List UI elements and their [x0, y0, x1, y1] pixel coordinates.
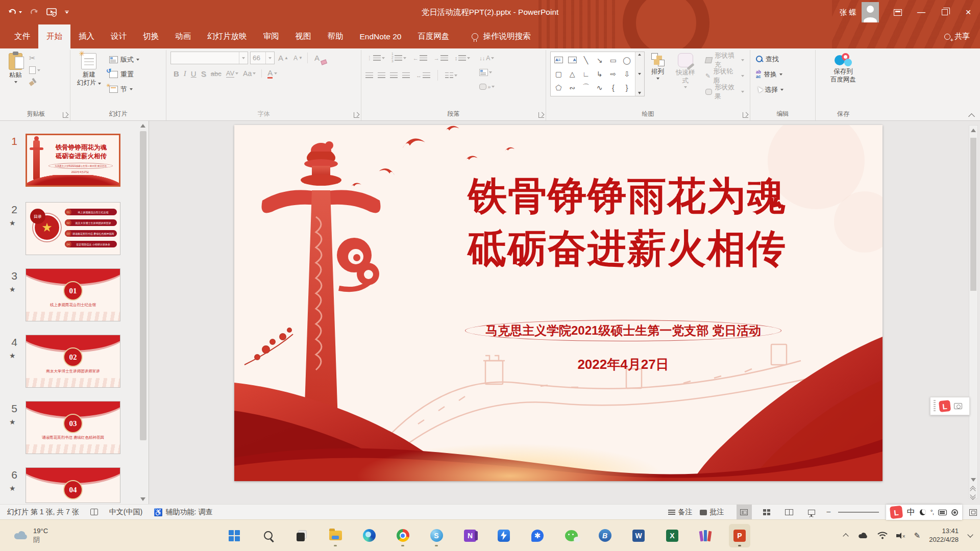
restore-button[interactable]: [933, 0, 957, 24]
vertical-textbox-shape-icon[interactable]: A: [568, 57, 577, 63]
down-arrow-shape-icon[interactable]: ⇩: [624, 70, 630, 78]
elbow-arrow-shape-icon[interactable]: ↳: [597, 70, 603, 78]
decrease-font-button[interactable]: A▼: [292, 52, 304, 64]
fit-slide-to-window-button[interactable]: [969, 509, 977, 516]
elbow-shape-icon[interactable]: ∟: [582, 70, 590, 78]
volume-muted-icon[interactable]: ×: [896, 532, 905, 539]
left-brace-shape-icon[interactable]: {: [612, 84, 615, 92]
wechat-icon[interactable]: [560, 524, 582, 547]
start-button[interactable]: [224, 524, 245, 547]
main-scrollbar-thumb[interactable]: [970, 138, 976, 291]
comments-toggle[interactable]: 批注: [700, 508, 724, 517]
shapes-gallery[interactable]: A≡ A ╲ ↘ ▭ ◯ ▢ △ ∟ ↳ ⇨ ⇩ ⬠ ∾ ⌒ ∿ { }: [550, 52, 645, 96]
strikethrough-button[interactable]: abc: [211, 70, 222, 78]
shape-effects-button[interactable]: 形状效果: [704, 85, 746, 98]
paragraph-dialog-launcher[interactable]: [538, 112, 544, 118]
save-to-baidu-button[interactable]: 保存到百度网盘: [828, 52, 859, 85]
word-icon[interactable]: W: [628, 524, 649, 547]
wifi-icon[interactable]: [877, 532, 888, 539]
slide-thumbnail-5[interactable]: 03 诵读雨花英烈书信 赓续红色精神基因: [26, 401, 120, 454]
slide-canvas[interactable]: 铁骨铮铮雨花为魂 砥砺奋进薪火相传 马克思主义学院2021级硕士生第一党支部 党…: [234, 125, 883, 481]
increase-indent-button[interactable]: →: [432, 52, 450, 64]
textbox-shape-icon[interactable]: A≡: [554, 57, 563, 63]
main-vertical-scrollbar[interactable]: [969, 125, 978, 499]
font-size-combo[interactable]: 66: [250, 52, 275, 64]
slide-thumbnail-6[interactable]: 04: [26, 467, 120, 503]
tab-endnote[interactable]: EndNote 20: [352, 24, 410, 48]
tab-design[interactable]: 设计: [103, 24, 135, 48]
italic-button[interactable]: I: [184, 69, 186, 78]
customize-qat-button[interactable]: [65, 11, 69, 14]
tab-animations[interactable]: 动画: [167, 24, 199, 48]
ime-status-bar[interactable]: L 中 °,: [886, 505, 962, 520]
baidu-app-icon[interactable]: B: [594, 524, 616, 547]
tim-icon[interactable]: ✱: [527, 524, 548, 547]
ribbon-display-options-button[interactable]: [886, 0, 910, 24]
thumb-scroll-up-icon[interactable]: [140, 124, 145, 128]
slide-thumbnail-4[interactable]: 02 南京大学博士生讲师团讲师宣讲: [26, 335, 120, 388]
bullets-button[interactable]: ⋮: [365, 52, 386, 64]
oval-shape-icon[interactable]: ◯: [623, 56, 631, 64]
align-text-button[interactable]: [478, 66, 496, 79]
line-spacing-button[interactable]: ↕: [453, 52, 472, 64]
onedrive-icon[interactable]: [857, 532, 869, 539]
pen-icon[interactable]: ✎: [914, 531, 921, 540]
clipboard-dialog-launcher[interactable]: [63, 112, 68, 118]
slide-sorter-view-button[interactable]: [759, 505, 774, 520]
new-slide-button[interactable]: 新建幻灯片: [75, 52, 104, 88]
font-color-button[interactable]: A: [267, 68, 277, 79]
find-button[interactable]: 查找: [754, 52, 785, 66]
freeform-shape-icon[interactable]: ⬠: [555, 84, 561, 92]
right-brace-shape-icon[interactable]: }: [626, 84, 628, 92]
decrease-indent-button[interactable]: ←: [411, 52, 429, 64]
shape-fill-button[interactable]: 形状填充: [704, 53, 746, 67]
character-spacing-button[interactable]: AV: [226, 69, 238, 78]
notes-toggle[interactable]: 备注: [668, 508, 693, 517]
ime-fullwidth-icon[interactable]: [920, 509, 926, 515]
tab-view[interactable]: 视图: [287, 24, 320, 48]
ime-logo-icon[interactable]: L: [939, 400, 951, 412]
start-slideshow-button[interactable]: [46, 8, 57, 17]
align-left-button[interactable]: [365, 72, 373, 79]
taskbar-search-button[interactable]: [257, 524, 279, 547]
shapes-more-button[interactable]: [638, 92, 641, 94]
shapes-scroll-up[interactable]: [638, 54, 641, 56]
right-arrow-shape-icon[interactable]: ⇨: [610, 70, 617, 78]
tell-me-search[interactable]: 操作说明搜索: [472, 24, 530, 48]
screenshot-icon[interactable]: [954, 403, 962, 409]
winrar-icon[interactable]: [695, 524, 717, 547]
tab-home[interactable]: 开始: [38, 24, 70, 48]
redo-button[interactable]: [30, 8, 38, 16]
zoom-out-button[interactable]: −: [826, 508, 831, 517]
reset-button[interactable]: 重置: [108, 67, 141, 81]
accessibility-status[interactable]: ♿ 辅助功能: 调查: [154, 508, 212, 517]
normal-view-button[interactable]: [737, 505, 752, 520]
line-shape-icon[interactable]: ╲: [584, 56, 588, 64]
shadow-button[interactable]: S: [201, 69, 206, 78]
tab-transitions[interactable]: 切换: [135, 24, 167, 48]
ime-soft-keyboard-icon[interactable]: [938, 510, 947, 515]
slide-thumbnail-3[interactable]: 01 线上参观雨花台烈士纪念馆: [26, 268, 120, 321]
layout-button[interactable]: 版式: [108, 53, 141, 66]
excel-icon[interactable]: X: [662, 524, 683, 547]
columns-button[interactable]: [444, 69, 459, 82]
arrow-shape-icon[interactable]: ↘: [597, 56, 603, 64]
main-scroll-up-icon[interactable]: [971, 129, 976, 132]
language-indicator[interactable]: 中文(中国): [109, 508, 142, 517]
tab-review[interactable]: 审阅: [255, 24, 287, 48]
powerpoint-icon[interactable]: P: [729, 524, 750, 547]
ime-punctuation-icon[interactable]: °,: [930, 509, 934, 516]
slide-date-textbox[interactable]: 2022年4月27日: [465, 356, 781, 373]
font-dialog-launcher[interactable]: [354, 112, 359, 118]
account-avatar[interactable]: [862, 2, 879, 22]
paste-button[interactable]: 粘贴: [6, 52, 25, 85]
taskbar-weather-widget[interactable]: 19°C 阴: [13, 527, 48, 544]
s-app-icon[interactable]: S: [426, 524, 447, 547]
align-center-button[interactable]: [378, 72, 385, 79]
ime-settings-icon[interactable]: [951, 509, 958, 516]
thunder-icon[interactable]: [493, 524, 514, 547]
change-case-button[interactable]: Aa: [243, 69, 256, 78]
spellcheck-icon[interactable]: [90, 509, 98, 515]
rounded-rectangle-shape-icon[interactable]: ▢: [555, 70, 562, 78]
slide-thumbnail-2[interactable]: 目录 ★ 01线上参观雨花台烈士纪念馆 02南京大学博士生讲师团讲师宣讲 03诵…: [26, 202, 120, 255]
